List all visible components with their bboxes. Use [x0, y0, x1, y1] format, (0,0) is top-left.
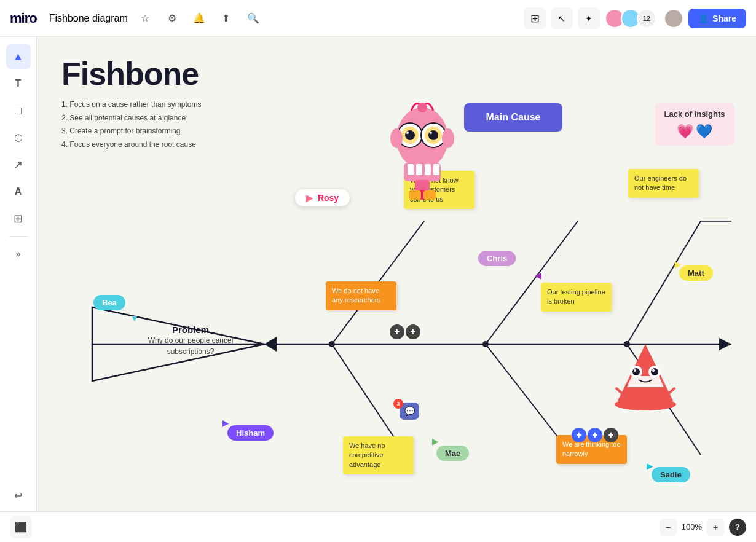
sparkle-button[interactable]: ✦ [578, 7, 600, 29]
svg-point-44 [651, 368, 658, 375]
main-cause-box[interactable]: Main Cause [464, 103, 562, 132]
svg-rect-34 [409, 190, 421, 200]
sticky-2[interactable]: Our engineers do not have time [628, 169, 699, 198]
frame-tool[interactable]: ⊞ [6, 206, 31, 231]
add-button-5[interactable]: + [604, 428, 618, 442]
svg-rect-26 [416, 164, 422, 175]
add-button-4[interactable]: + [588, 428, 602, 442]
lack-of-insights-box[interactable]: Lack of insights 💗 💙 [655, 103, 734, 146]
list-item-1: 1. Focus on a cause rather than symptoms [61, 98, 201, 112]
text-tool[interactable]: T [6, 71, 31, 96]
svg-point-29 [390, 128, 403, 148]
cursor-mode-button[interactable]: ↖ [551, 7, 573, 29]
insights-label: Lack of insights [663, 109, 726, 119]
add-button-3[interactable]: + [572, 428, 586, 442]
cursor-mae-arrow: ▶ [432, 436, 439, 446]
sticky-4[interactable]: Our testing pipeline is broken [541, 283, 612, 312]
cursor-hisham-arrow: ▶ [222, 418, 229, 428]
problem-title: Problem [123, 324, 258, 335]
topbar: miro Fishbone diagram ☆ ⚙ 🔔 ⬆ 🔍 ⊞ ↖ ✦ 12… [0, 0, 756, 37]
undo-button[interactable]: ↩ [6, 483, 31, 508]
miro-logo: miro [10, 10, 37, 26]
topbar-right: ⊞ ↖ ✦ 12 👤 Share [524, 7, 746, 29]
cursor-chris: Chris [478, 251, 516, 266]
skull-decoration [385, 95, 459, 205]
cursor-chris-arrow: ◀ [535, 270, 541, 280]
svg-point-21 [428, 130, 438, 140]
svg-rect-37 [618, 401, 673, 408]
upload-icon[interactable]: ⬆ [216, 9, 236, 28]
select-tool[interactable]: ▲ [6, 44, 31, 69]
star-icon[interactable]: ☆ [135, 9, 155, 28]
svg-point-22 [430, 132, 432, 134]
more-tools[interactable]: » [6, 242, 31, 266]
canvas-description-list: 1. Focus on a cause rather than symptoms… [61, 98, 201, 151]
sticky-3[interactable]: We do not have any researchers [326, 281, 396, 310]
avatar-count[interactable]: 12 [637, 9, 656, 28]
share-button[interactable]: 👤 Share [688, 9, 746, 28]
svg-point-11 [329, 341, 335, 347]
add-button-1[interactable]: + [390, 324, 404, 339]
add-button-2[interactable]: + [406, 324, 420, 339]
cursor-rosy: ▶ Rosy [295, 189, 350, 206]
sticky-tool[interactable]: □ [6, 98, 31, 123]
list-item-4: 4. Focus everyone around the root cause [61, 138, 201, 152]
svg-rect-25 [408, 164, 414, 175]
canvas[interactable]: Fishbone 1. Focus on a cause rather than… [37, 37, 756, 511]
avatar-group: 12 [605, 9, 656, 28]
cone-decoration [612, 338, 679, 414]
list-item-2: 2. See all potential causes at a glance [61, 112, 201, 125]
zoom-controls: − 100% + ? [660, 519, 746, 536]
svg-point-45 [652, 369, 655, 372]
arrow-tool[interactable]: ↗ [6, 152, 31, 177]
svg-marker-1 [719, 338, 731, 350]
grid-button[interactable]: ⊞ [524, 7, 546, 29]
cursor-bea-arrow: ▼ [130, 313, 139, 323]
list-item-3: 3. Create a prompt for brainstorming [61, 125, 201, 138]
svg-line-6 [627, 221, 701, 344]
pen-tool[interactable]: A [6, 179, 31, 204]
canvas-title: Fishbone [61, 55, 199, 92]
svg-point-30 [442, 128, 454, 148]
cursor-bea: Bea [93, 295, 125, 310]
svg-marker-2 [264, 337, 277, 352]
problem-subtitle: Why do our people cancel subscriptions? [123, 335, 258, 357]
user-avatar [664, 9, 683, 28]
diagram-title: Fishbone diagram [49, 13, 128, 24]
cursor-sadie: Sadie [652, 467, 690, 482]
svg-point-12 [482, 341, 489, 347]
chat-badge: 3 [393, 399, 403, 409]
svg-point-18 [406, 132, 409, 134]
search-icon[interactable]: 🔍 [243, 9, 263, 28]
layout-button[interactable]: ⬛ [10, 516, 32, 538]
sticky-5[interactable]: We have no competitive advantage [343, 436, 414, 474]
svg-point-42 [634, 369, 636, 372]
svg-rect-35 [423, 190, 436, 200]
zoom-level: 100% [682, 522, 702, 532]
cursor-matt-arrow: ▶ [675, 259, 682, 269]
problem-box[interactable]: Problem Why do our people cancel subscri… [123, 324, 258, 357]
help-button[interactable]: ? [729, 519, 746, 536]
cursor-mae: Mae [436, 446, 469, 461]
svg-marker-38 [618, 344, 673, 401]
svg-rect-28 [433, 164, 439, 175]
svg-rect-27 [425, 164, 431, 175]
bell-icon[interactable]: 🔔 [189, 9, 209, 28]
cursor-sadie-arrow: ▶ [647, 461, 653, 471]
shapes-tool[interactable]: ⬡ [6, 125, 31, 150]
cursor-matt: Matt [679, 265, 713, 281]
svg-point-17 [405, 130, 415, 140]
settings-icon[interactable]: ⚙ [162, 9, 182, 28]
cursor-hisham: Hisham [227, 425, 274, 441]
svg-point-41 [632, 368, 640, 375]
zoom-in-button[interactable]: + [707, 519, 724, 536]
zoom-out-button[interactable]: − [660, 519, 677, 536]
bottombar: ⬛ − 100% + ? [0, 511, 756, 542]
svg-point-31 [417, 103, 427, 112]
left-sidebar: ▲ T □ ⬡ ↗ A ⊞ » ↩ ↪ [0, 37, 37, 542]
